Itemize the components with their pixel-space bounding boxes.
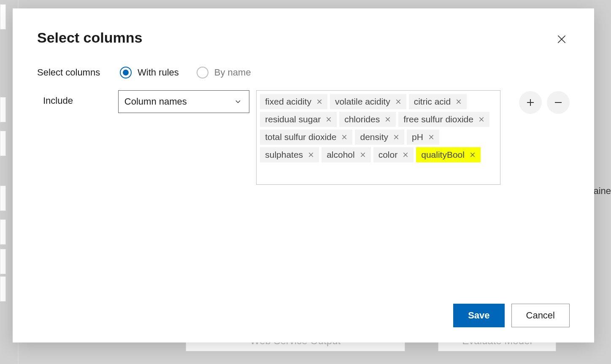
remove-rule-button[interactable]: [547, 91, 570, 114]
tag-label: qualityBool: [421, 150, 465, 160]
tag-label: free sulfur dioxide: [403, 114, 473, 124]
tag-remove-button[interactable]: [307, 151, 315, 159]
background-text-right: aine: [593, 186, 611, 197]
close-icon: [455, 98, 462, 105]
column-tag: free sulfur dioxide: [398, 112, 489, 127]
tag-remove-button[interactable]: [395, 98, 402, 105]
close-icon: [393, 134, 400, 140]
minus-icon: [553, 97, 563, 108]
radio-group: With rules By name: [120, 67, 251, 78]
close-icon: [325, 116, 332, 123]
column-tag: total sulfur dioxide: [260, 129, 352, 145]
cancel-button[interactable]: Cancel: [511, 304, 570, 327]
select-columns-dialog: Select columns Select columns With rules…: [13, 8, 594, 342]
close-icon: [469, 151, 476, 158]
column-tag: fixed acidity: [260, 94, 327, 109]
tag-remove-button[interactable]: [392, 133, 400, 141]
tag-label: residual sugar: [265, 114, 321, 124]
tag-remove-button[interactable]: [341, 133, 348, 141]
radio-label: By name: [214, 67, 251, 78]
tag-remove-button[interactable]: [384, 116, 392, 123]
select-columns-label: Select columns: [37, 67, 120, 78]
plus-icon: [525, 97, 535, 108]
tag-label: color: [378, 150, 398, 160]
column-tag: citric acid: [409, 94, 467, 109]
close-icon: [384, 116, 391, 123]
column-tag: pH: [407, 129, 439, 145]
columns-tagbox[interactable]: fixed acidityvolatile aciditycitric acid…: [256, 90, 500, 185]
close-icon: [395, 98, 402, 105]
tag-remove-button[interactable]: [455, 98, 462, 105]
tag-label: volatile acidity: [335, 97, 390, 107]
include-label: Include: [37, 90, 118, 106]
tag-remove-button[interactable]: [325, 116, 333, 123]
tag-label: alcohol: [327, 150, 355, 160]
tag-label: total sulfur dioxide: [265, 132, 336, 142]
add-rule-button[interactable]: [519, 91, 542, 114]
column-tag: qualityBool: [416, 147, 481, 162]
column-tag: density: [355, 129, 404, 145]
radio-icon: [197, 67, 208, 78]
dialog-title: Select columns: [37, 30, 142, 46]
column-tag: chlorides: [339, 112, 396, 127]
save-button[interactable]: Save: [453, 304, 504, 327]
close-icon: [402, 151, 409, 158]
radio-icon: [120, 67, 132, 78]
close-icon: [316, 98, 323, 105]
chevron-down-icon: [234, 97, 242, 106]
tag-remove-button[interactable]: [402, 151, 409, 159]
tag-remove-button[interactable]: [478, 116, 485, 123]
close-icon: [341, 134, 348, 140]
radio-label: With rules: [138, 67, 179, 78]
tag-remove-button[interactable]: [359, 151, 367, 159]
radio-with-rules[interactable]: With rules: [120, 67, 179, 78]
radio-by-name[interactable]: By name: [197, 67, 251, 78]
column-type-dropdown[interactable]: Column names: [118, 90, 249, 113]
tag-label: density: [360, 132, 388, 142]
column-tag: alcohol: [322, 147, 371, 162]
column-tag: color: [373, 147, 414, 162]
dropdown-value: Column names: [124, 96, 187, 107]
close-icon: [360, 151, 366, 158]
tag-remove-button[interactable]: [469, 151, 476, 159]
column-tag: residual sugar: [260, 112, 337, 127]
close-icon: [556, 34, 567, 45]
close-icon: [428, 134, 435, 140]
tag-label: sulphates: [265, 150, 303, 160]
close-icon: [308, 151, 314, 158]
tag-label: chlorides: [344, 114, 380, 124]
close-icon: [478, 116, 485, 123]
tag-remove-button[interactable]: [427, 133, 435, 141]
tag-remove-button[interactable]: [316, 98, 323, 105]
column-tag: sulphates: [260, 147, 319, 162]
tag-label: citric acid: [414, 97, 451, 107]
tag-label: pH: [412, 132, 423, 142]
column-tag: volatile acidity: [330, 94, 406, 109]
close-button[interactable]: [554, 31, 570, 47]
tag-label: fixed acidity: [265, 97, 311, 107]
